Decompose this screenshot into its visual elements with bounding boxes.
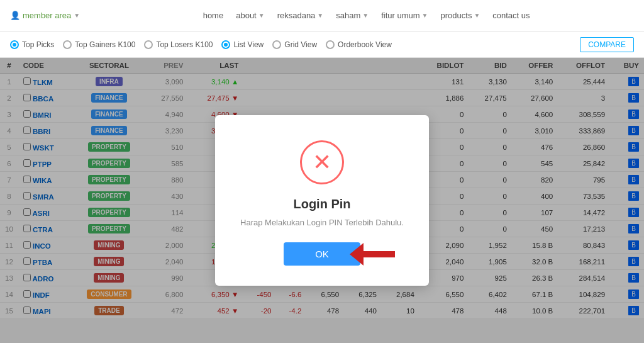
- radio-grid-view[interactable]: Grid View: [272, 40, 317, 49]
- nav-products[interactable]: products ▼: [441, 11, 480, 20]
- ok-button-wrapper: OK: [284, 242, 360, 266]
- arrow-indicator: [350, 243, 395, 266]
- saham-arrow-icon: ▼: [362, 12, 369, 19]
- modal-overlay: ✕ Login Pin Harap Melakukan Login PIN Te…: [0, 58, 644, 343]
- topbar: Top Picks Top Gainers K100 Top Losers K1…: [0, 31, 644, 58]
- stock-table-container: # CODE SECTORAL PREV LAST BIDLOT BID OFF…: [0, 58, 644, 343]
- modal-title: Login Pin: [234, 197, 410, 211]
- fitur-arrow-icon: ▼: [422, 12, 428, 19]
- modal-description: Harap Melakukan Login PIN Terlebih Dahul…: [234, 218, 410, 227]
- radio-orderbook-view-circle: [326, 40, 335, 49]
- radio-list-view-circle: [221, 40, 230, 49]
- radio-grid-view-circle: [272, 40, 281, 49]
- modal-error-icon: ✕: [300, 140, 344, 184]
- brand-label: member area: [23, 11, 71, 20]
- arrow-head-icon: [350, 243, 364, 266]
- nav-about[interactable]: about ▼: [236, 11, 264, 20]
- x-symbol: ✕: [313, 151, 331, 174]
- compare-button[interactable]: COMPARE: [580, 37, 634, 52]
- radio-top-gainers[interactable]: Top Gainers K100: [63, 40, 135, 49]
- view-options: Top Picks Top Gainers K100 Top Losers K1…: [10, 40, 570, 49]
- radio-top-picks[interactable]: Top Picks: [10, 40, 54, 49]
- modal-ok-button[interactable]: OK: [284, 242, 360, 266]
- nav-home[interactable]: home: [203, 11, 224, 20]
- navbar: 👤 member area ▼ home about ▼ reksadana ▼…: [0, 0, 644, 31]
- arrow-body: [364, 251, 395, 257]
- reksadana-arrow-icon: ▼: [317, 12, 323, 19]
- products-arrow-icon: ▼: [474, 12, 480, 19]
- brand-arrow-icon: ▼: [74, 12, 80, 19]
- person-icon: 👤: [10, 11, 20, 20]
- nav-reksadana[interactable]: reksadana ▼: [277, 11, 324, 20]
- radio-top-picks-circle: [10, 40, 19, 49]
- login-pin-modal: ✕ Login Pin Harap Melakukan Login PIN Te…: [215, 115, 429, 286]
- radio-orderbook-view[interactable]: Orderbook View: [326, 40, 392, 49]
- nav-fitur-umum[interactable]: fitur umum ▼: [381, 11, 428, 20]
- brand[interactable]: 👤 member area ▼: [10, 11, 80, 20]
- radio-top-gainers-circle: [63, 40, 72, 49]
- about-arrow-icon: ▼: [258, 12, 265, 19]
- radio-top-losers-circle: [144, 40, 153, 49]
- nav-contact[interactable]: contact us: [492, 11, 530, 20]
- radio-top-losers[interactable]: Top Losers K100: [144, 40, 213, 49]
- nav-menu: home about ▼ reksadana ▼ saham ▼ fitur u…: [99, 11, 634, 20]
- nav-saham[interactable]: saham ▼: [336, 11, 369, 20]
- radio-list-view[interactable]: List View: [221, 40, 264, 49]
